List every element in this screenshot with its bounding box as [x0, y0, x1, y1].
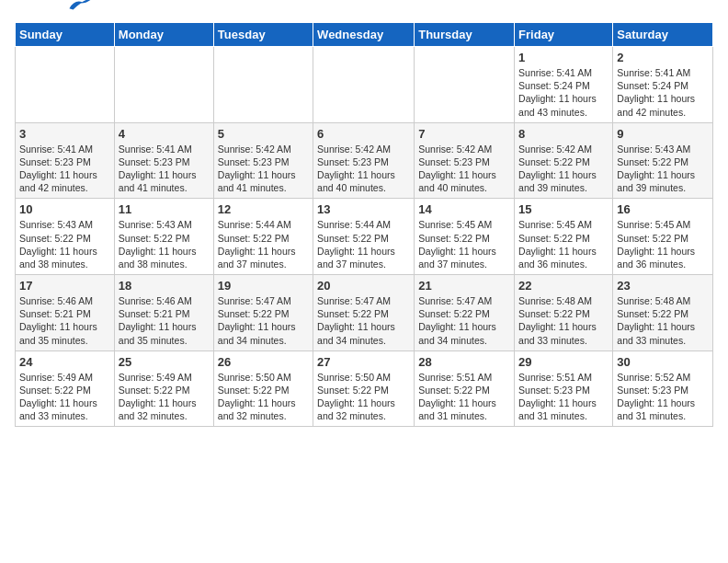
calendar-header-monday: Monday — [114, 23, 213, 47]
day-number: 27 — [317, 355, 410, 369]
day-info: Sunrise: 5:45 AM Sunset: 5:22 PM Dayligh… — [418, 218, 510, 270]
calendar-header-wednesday: Wednesday — [313, 23, 415, 47]
day-info: Sunrise: 5:51 AM Sunset: 5:22 PM Dayligh… — [418, 371, 510, 423]
day-number: 29 — [518, 355, 609, 369]
calendar-cell: 20Sunrise: 5:47 AM Sunset: 5:22 PM Dayli… — [313, 275, 415, 351]
calendar-cell: 28Sunrise: 5:51 AM Sunset: 5:22 PM Dayli… — [415, 350, 515, 427]
calendar-cell — [114, 47, 213, 123]
day-info: Sunrise: 5:45 AM Sunset: 5:22 PM Dayligh… — [617, 218, 709, 270]
day-info: Sunrise: 5:41 AM Sunset: 5:24 PM Dayligh… — [617, 66, 709, 119]
calendar-header-saturday: Saturday — [613, 23, 713, 47]
day-number: 21 — [418, 279, 510, 293]
day-info: Sunrise: 5:44 AM Sunset: 5:22 PM Dayligh… — [218, 218, 309, 270]
calendar-cell — [415, 47, 515, 123]
day-info: Sunrise: 5:44 AM Sunset: 5:22 PM Dayligh… — [317, 218, 410, 270]
day-info: Sunrise: 5:47 AM Sunset: 5:22 PM Dayligh… — [218, 294, 309, 347]
day-number: 15 — [518, 202, 609, 216]
calendar-cell: 15Sunrise: 5:45 AM Sunset: 5:22 PM Dayli… — [515, 199, 613, 275]
day-number: 1 — [518, 51, 609, 64]
day-number: 30 — [617, 355, 709, 369]
calendar-week-row: 1Sunrise: 5:41 AM Sunset: 5:24 PM Daylig… — [16, 47, 713, 123]
calendar-cell: 14Sunrise: 5:45 AM Sunset: 5:22 PM Dayli… — [415, 199, 515, 275]
calendar-cell — [16, 47, 115, 123]
day-number: 2 — [617, 51, 709, 64]
calendar-cell: 13Sunrise: 5:44 AM Sunset: 5:22 PM Dayli… — [313, 199, 415, 275]
day-number: 14 — [418, 202, 510, 216]
day-number: 25 — [119, 355, 210, 369]
day-info: Sunrise: 5:42 AM Sunset: 5:23 PM Dayligh… — [418, 143, 510, 195]
day-number: 24 — [19, 355, 110, 369]
day-info: Sunrise: 5:46 AM Sunset: 5:21 PM Dayligh… — [119, 294, 210, 347]
calendar-cell: 12Sunrise: 5:44 AM Sunset: 5:22 PM Dayli… — [213, 199, 313, 275]
day-info: Sunrise: 5:45 AM Sunset: 5:22 PM Dayligh… — [518, 218, 609, 270]
day-number: 23 — [617, 279, 709, 293]
day-number: 20 — [317, 279, 410, 293]
day-number: 6 — [317, 127, 410, 141]
day-number: 8 — [518, 127, 609, 141]
calendar-week-row: 17Sunrise: 5:46 AM Sunset: 5:21 PM Dayli… — [16, 275, 713, 351]
calendar-cell: 11Sunrise: 5:43 AM Sunset: 5:22 PM Dayli… — [114, 199, 213, 275]
day-number: 7 — [418, 127, 510, 141]
day-info: Sunrise: 5:41 AM Sunset: 5:23 PM Dayligh… — [19, 143, 110, 195]
calendar-week-row: 10Sunrise: 5:43 AM Sunset: 5:22 PM Dayli… — [16, 199, 713, 275]
calendar-cell: 9Sunrise: 5:43 AM Sunset: 5:22 PM Daylig… — [613, 122, 713, 199]
calendar-cell: 18Sunrise: 5:46 AM Sunset: 5:21 PM Dayli… — [114, 275, 213, 351]
calendar-cell: 29Sunrise: 5:51 AM Sunset: 5:23 PM Dayli… — [515, 350, 613, 427]
day-info: Sunrise: 5:41 AM Sunset: 5:24 PM Dayligh… — [518, 66, 609, 119]
calendar-cell: 8Sunrise: 5:42 AM Sunset: 5:22 PM Daylig… — [515, 122, 613, 199]
day-number: 19 — [218, 279, 309, 293]
day-number: 16 — [617, 202, 709, 216]
day-number: 5 — [218, 127, 309, 141]
day-info: Sunrise: 5:48 AM Sunset: 5:22 PM Dayligh… — [617, 294, 709, 347]
calendar-header-row: SundayMondayTuesdayWednesdayThursdayFrid… — [16, 23, 713, 47]
calendar-week-row: 24Sunrise: 5:49 AM Sunset: 5:22 PM Dayli… — [16, 350, 713, 427]
calendar-cell: 4Sunrise: 5:41 AM Sunset: 5:23 PM Daylig… — [114, 122, 213, 199]
calendar-cell: 30Sunrise: 5:52 AM Sunset: 5:23 PM Dayli… — [613, 350, 713, 427]
calendar-week-row: 3Sunrise: 5:41 AM Sunset: 5:23 PM Daylig… — [16, 122, 713, 199]
calendar-cell: 6Sunrise: 5:42 AM Sunset: 5:23 PM Daylig… — [313, 122, 415, 199]
day-number: 22 — [518, 279, 609, 293]
day-info: Sunrise: 5:46 AM Sunset: 5:21 PM Dayligh… — [19, 294, 110, 347]
calendar-cell: 23Sunrise: 5:48 AM Sunset: 5:22 PM Dayli… — [613, 275, 713, 351]
day-info: Sunrise: 5:41 AM Sunset: 5:23 PM Dayligh… — [119, 143, 210, 195]
day-number: 11 — [119, 202, 210, 216]
day-info: Sunrise: 5:49 AM Sunset: 5:22 PM Dayligh… — [119, 371, 210, 423]
calendar-table: SundayMondayTuesdayWednesdayThursdayFrid… — [15, 22, 713, 427]
day-number: 13 — [317, 202, 410, 216]
calendar-cell: 22Sunrise: 5:48 AM Sunset: 5:22 PM Dayli… — [515, 275, 613, 351]
day-info: Sunrise: 5:50 AM Sunset: 5:22 PM Dayligh… — [218, 371, 309, 423]
calendar-cell: 3Sunrise: 5:41 AM Sunset: 5:23 PM Daylig… — [16, 122, 115, 199]
day-info: Sunrise: 5:48 AM Sunset: 5:22 PM Dayligh… — [518, 294, 609, 347]
calendar-cell: 21Sunrise: 5:47 AM Sunset: 5:22 PM Dayli… — [415, 275, 515, 351]
calendar-cell: 16Sunrise: 5:45 AM Sunset: 5:22 PM Dayli… — [613, 199, 713, 275]
day-info: Sunrise: 5:49 AM Sunset: 5:22 PM Dayligh… — [19, 371, 110, 423]
day-info: Sunrise: 5:42 AM Sunset: 5:23 PM Dayligh… — [317, 143, 410, 195]
day-number: 10 — [19, 202, 110, 216]
calendar-header-friday: Friday — [515, 23, 613, 47]
day-number: 17 — [19, 279, 110, 293]
day-number: 9 — [617, 127, 709, 141]
day-info: Sunrise: 5:47 AM Sunset: 5:22 PM Dayligh… — [317, 294, 410, 347]
calendar-cell: 7Sunrise: 5:42 AM Sunset: 5:23 PM Daylig… — [415, 122, 515, 199]
day-info: Sunrise: 5:52 AM Sunset: 5:23 PM Dayligh… — [617, 371, 709, 423]
day-info: Sunrise: 5:43 AM Sunset: 5:22 PM Dayligh… — [19, 218, 110, 270]
calendar-cell: 19Sunrise: 5:47 AM Sunset: 5:22 PM Dayli… — [213, 275, 313, 351]
calendar-cell: 5Sunrise: 5:42 AM Sunset: 5:23 PM Daylig… — [213, 122, 313, 199]
day-number: 18 — [119, 279, 210, 293]
calendar-header-tuesday: Tuesday — [213, 23, 313, 47]
calendar-cell: 26Sunrise: 5:50 AM Sunset: 5:22 PM Dayli… — [213, 350, 313, 427]
day-info: Sunrise: 5:43 AM Sunset: 5:22 PM Dayligh… — [119, 218, 210, 270]
day-info: Sunrise: 5:42 AM Sunset: 5:23 PM Dayligh… — [218, 143, 309, 195]
calendar-cell: 25Sunrise: 5:49 AM Sunset: 5:22 PM Dayli… — [114, 350, 213, 427]
day-number: 12 — [218, 202, 309, 216]
day-number: 3 — [19, 127, 110, 141]
day-info: Sunrise: 5:50 AM Sunset: 5:22 PM Dayligh… — [317, 371, 410, 423]
calendar-cell — [213, 47, 313, 123]
calendar-cell: 27Sunrise: 5:50 AM Sunset: 5:22 PM Dayli… — [313, 350, 415, 427]
day-info: Sunrise: 5:51 AM Sunset: 5:23 PM Dayligh… — [518, 371, 609, 423]
calendar-cell: 10Sunrise: 5:43 AM Sunset: 5:22 PM Dayli… — [16, 199, 115, 275]
calendar-cell — [313, 47, 415, 123]
day-number: 28 — [418, 355, 510, 369]
day-info: Sunrise: 5:42 AM Sunset: 5:22 PM Dayligh… — [518, 143, 609, 195]
calendar-cell: 24Sunrise: 5:49 AM Sunset: 5:22 PM Dayli… — [16, 350, 115, 427]
